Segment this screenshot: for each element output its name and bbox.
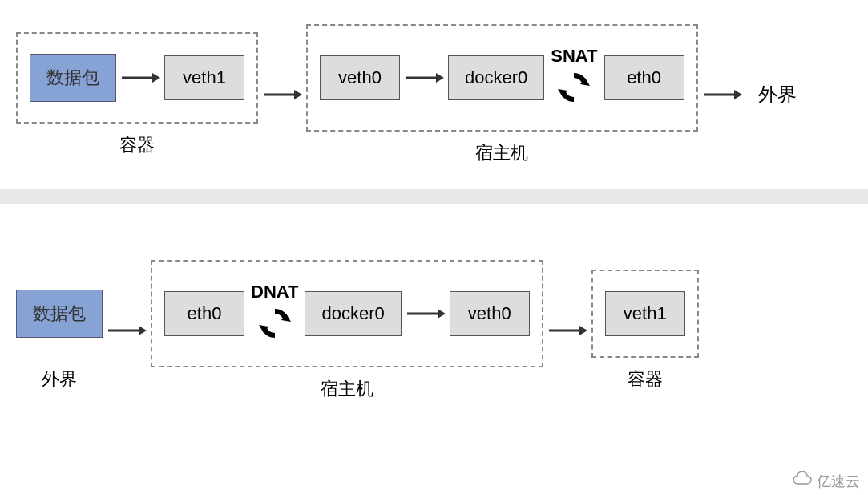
external-label: 外界 xyxy=(16,367,103,392)
cycle-icon xyxy=(555,68,593,110)
veth1-box: veth1 xyxy=(164,55,244,100)
snat-label: SNAT xyxy=(551,46,597,67)
veth0-box: veth0 xyxy=(450,291,530,336)
packet-box: 数据包 xyxy=(16,290,103,338)
watermark: 亿速云 xyxy=(791,471,860,491)
arrow-icon xyxy=(258,87,306,103)
host-label: 宿主机 xyxy=(306,141,698,165)
arrow-icon xyxy=(400,70,448,86)
arrow-icon xyxy=(402,306,450,322)
snat-node: SNAT xyxy=(551,46,597,110)
svg-marker-9 xyxy=(734,90,742,99)
container-label: 容器 xyxy=(591,367,699,392)
packet-box: 数据包 xyxy=(30,54,116,102)
svg-marker-1 xyxy=(152,73,160,83)
arrow-icon xyxy=(543,323,591,339)
svg-marker-3 xyxy=(294,90,302,99)
svg-marker-5 xyxy=(436,73,444,83)
dnat-label: DNAT xyxy=(251,282,298,302)
arrow-icon xyxy=(103,323,151,339)
eth0-box: eth0 xyxy=(164,291,244,336)
host-group: veth0 docker0 SNAT eth0 xyxy=(306,24,698,132)
host-group: eth0 DNAT docker0 veth0 xyxy=(151,260,543,367)
cycle-icon xyxy=(256,304,294,346)
docker0-box: docker0 xyxy=(448,55,544,100)
container-group: veth1 xyxy=(591,270,699,358)
svg-marker-11 xyxy=(139,326,147,335)
eth0-box: eth0 xyxy=(604,55,684,100)
outbound-row: 数据包 veth1 容器 veth0 docker0 SNAT xyxy=(16,24,852,165)
container-group: 数据包 veth1 xyxy=(16,32,258,124)
veth1-box: veth1 xyxy=(605,291,685,336)
svg-marker-17 xyxy=(579,326,587,335)
dnat-node: DNAT xyxy=(251,282,298,346)
cloud-icon xyxy=(791,471,813,491)
docker0-box: docker0 xyxy=(305,291,401,336)
inbound-diagram: 数据包 外界 eth0 DNAT docker0 veth0 xyxy=(0,212,868,417)
veth0-box: veth0 xyxy=(320,55,400,100)
container-label: 容器 xyxy=(16,133,258,157)
svg-marker-15 xyxy=(438,309,446,319)
arrow-icon xyxy=(698,87,746,103)
outbound-diagram: 数据包 veth1 容器 veth0 docker0 SNAT xyxy=(0,0,868,181)
host-label: 宿主机 xyxy=(151,377,543,401)
watermark-text: 亿速云 xyxy=(817,472,860,491)
arrow-icon xyxy=(116,70,164,86)
divider xyxy=(0,189,868,204)
external-label: 外界 xyxy=(746,82,809,108)
inbound-row: 数据包 外界 eth0 DNAT docker0 veth0 xyxy=(16,260,852,401)
